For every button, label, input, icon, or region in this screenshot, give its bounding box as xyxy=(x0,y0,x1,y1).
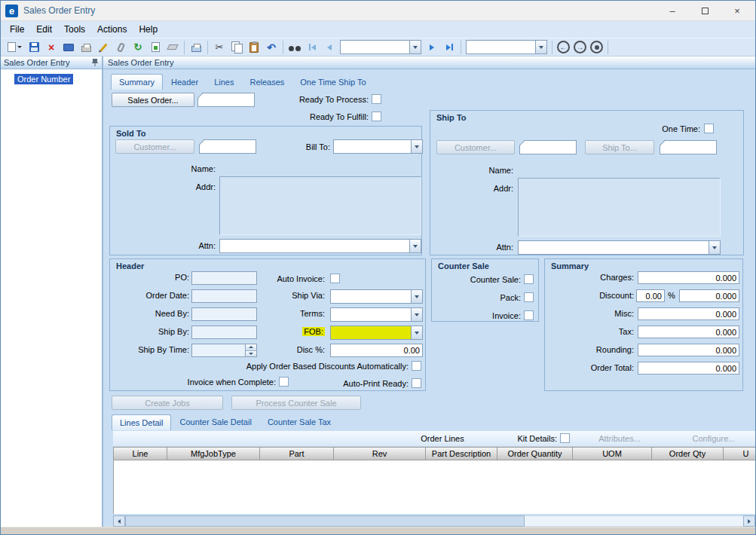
tab-lines[interactable]: Lines xyxy=(207,75,241,90)
menu-actions[interactable]: Actions xyxy=(91,22,133,37)
sold-to-attn-combo[interactable] xyxy=(219,239,421,253)
toolbar-separator xyxy=(461,41,461,54)
chevron-down-icon[interactable] xyxy=(411,290,422,303)
column-header-order-qty[interactable]: Order Qty xyxy=(652,447,724,460)
new-button[interactable] xyxy=(4,39,25,55)
sales-order-number-field[interactable] xyxy=(197,93,255,107)
menu-tools[interactable]: Tools xyxy=(58,22,91,37)
chevron-down-icon[interactable] xyxy=(411,140,422,153)
disc-pct-field[interactable]: 0.00 xyxy=(330,344,423,357)
copy-button[interactable] xyxy=(228,39,245,55)
menu-edit[interactable]: Edit xyxy=(30,22,58,37)
column-header-part[interactable]: Part xyxy=(260,447,334,460)
chevron-down-icon[interactable] xyxy=(411,308,422,321)
tree-item-order-number[interactable]: Order Number xyxy=(14,74,73,84)
attributes-button[interactable]: Attributes... xyxy=(578,434,661,443)
chevron-down-icon[interactable] xyxy=(709,241,720,254)
invoice-when-complete-checkbox[interactable] xyxy=(279,377,289,387)
ship-to-address-area[interactable] xyxy=(518,178,721,237)
ready-to-fulfill-checkbox[interactable] xyxy=(372,112,381,121)
maximize-button[interactable] xyxy=(691,2,718,20)
chevron-down-icon[interactable] xyxy=(535,41,546,54)
sold-to-customer-field[interactable] xyxy=(199,139,256,154)
auto-print-ready-checkbox[interactable] xyxy=(412,378,421,388)
tab-summary[interactable]: Summary xyxy=(111,74,163,90)
scrollbar-thumb[interactable] xyxy=(125,515,525,527)
column-header-cutoff[interactable]: U xyxy=(724,447,755,460)
sold-to-address-area[interactable] xyxy=(219,176,421,235)
print-button[interactable] xyxy=(188,39,204,55)
cut-button[interactable]: ✂ xyxy=(211,39,228,55)
tab-counter-sale-detail[interactable]: Counter Sale Detail xyxy=(172,414,259,430)
close-button[interactable]: × xyxy=(724,2,751,20)
ship-to-field[interactable] xyxy=(660,140,717,154)
process-counter-sale-button[interactable]: Process Counter Sale xyxy=(231,396,361,410)
edit-button[interactable] xyxy=(95,39,112,55)
undo-button[interactable]: ↶ xyxy=(263,39,280,55)
ship-to-customer-button[interactable]: Customer... xyxy=(436,140,515,154)
print-preview-button[interactable] xyxy=(78,39,94,55)
search-button[interactable] xyxy=(286,39,303,55)
first-record-button[interactable] xyxy=(304,39,320,55)
attachment-button[interactable] xyxy=(112,39,129,55)
create-jobs-button[interactable]: Create Jobs xyxy=(112,396,223,410)
pin-icon[interactable] xyxy=(91,58,99,67)
scrollbar-track[interactable] xyxy=(525,515,743,527)
fob-combo[interactable] xyxy=(330,326,423,340)
charges-field: 0.000 xyxy=(638,271,739,284)
apply-discounts-checkbox[interactable] xyxy=(412,361,421,371)
document-tab-caption[interactable]: Sales Order Entry xyxy=(103,57,755,69)
bill-to-combo[interactable] xyxy=(333,139,423,154)
auto-invoice-checkbox[interactable] xyxy=(330,274,340,283)
clear-button[interactable] xyxy=(164,39,181,55)
tab-one-time-ship-to[interactable]: One Time Ship To xyxy=(292,75,373,90)
forward-button[interactable]: → xyxy=(574,41,586,54)
one-time-checkbox[interactable] xyxy=(704,124,714,133)
terms-combo[interactable] xyxy=(330,307,423,322)
chevron-down-icon[interactable] xyxy=(411,326,422,339)
tab-counter-sale-tax[interactable]: Counter Sale Tax xyxy=(260,414,338,430)
menu-help[interactable]: Help xyxy=(133,22,164,37)
ship-to-button[interactable]: Ship To... xyxy=(585,140,654,154)
previous-record-button[interactable] xyxy=(321,39,338,55)
chevron-down-icon[interactable] xyxy=(409,41,421,54)
scroll-right-button[interactable] xyxy=(743,515,755,527)
counter-sale-checkbox[interactable] xyxy=(524,274,534,284)
sales-order-button[interactable]: Sales Order... xyxy=(112,93,194,107)
menu-file[interactable]: File xyxy=(4,22,30,37)
configure-button[interactable]: Configure... xyxy=(672,434,755,443)
minimize-button[interactable]: – xyxy=(659,2,686,20)
column-header-mfgjobtype[interactable]: MfgJobType xyxy=(167,447,260,460)
tab-lines-detail[interactable]: Lines Detail xyxy=(112,414,171,430)
ship-via-combo[interactable] xyxy=(330,289,423,304)
current-record-button[interactable] xyxy=(590,41,603,54)
record-combo[interactable] xyxy=(340,40,421,54)
column-header-line[interactable]: Line xyxy=(113,447,167,460)
last-record-button[interactable] xyxy=(441,39,458,55)
save-button[interactable] xyxy=(26,39,42,55)
ready-to-process-checkbox[interactable] xyxy=(372,94,381,104)
book-button[interactable] xyxy=(60,39,77,55)
quick-search-combo[interactable] xyxy=(466,40,547,54)
document-button[interactable] xyxy=(147,39,164,55)
back-button[interactable]: ← xyxy=(557,41,570,54)
paste-button[interactable] xyxy=(246,39,262,55)
next-record-button[interactable] xyxy=(424,39,440,55)
ship-to-attn-combo[interactable] xyxy=(518,240,721,255)
invoice-checkbox[interactable] xyxy=(524,310,534,320)
column-header-rev[interactable]: Rev xyxy=(334,447,426,460)
column-header-uom[interactable]: UOM xyxy=(573,447,652,460)
tab-header[interactable]: Header xyxy=(164,75,206,90)
pack-checkbox[interactable] xyxy=(524,292,534,302)
column-header-order-quantity[interactable]: Order Quantity xyxy=(497,447,573,460)
column-header-part-description[interactable]: Part Description xyxy=(426,447,497,460)
tab-releases[interactable]: Releases xyxy=(242,75,292,90)
delete-button[interactable]: × xyxy=(43,39,60,55)
refresh-button[interactable]: ↻ xyxy=(130,39,146,55)
sold-to-customer-button[interactable]: Customer... xyxy=(115,139,194,154)
ship-to-customer-field[interactable] xyxy=(519,140,577,154)
kit-details-checkbox[interactable] xyxy=(560,433,570,443)
chevron-down-icon[interactable] xyxy=(409,240,421,252)
discount-pct-field[interactable]: 0.00 xyxy=(636,289,665,302)
scroll-left-button[interactable] xyxy=(113,515,125,527)
